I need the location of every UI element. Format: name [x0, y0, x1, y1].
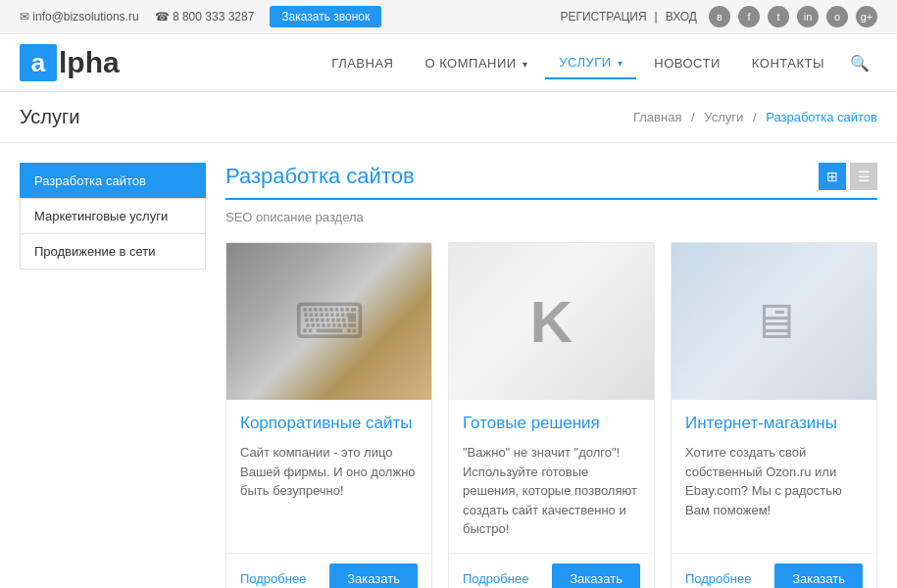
card-corporate-order[interactable]: Заказать [329, 564, 418, 589]
card-shop-body: Интернет-магазины Хотите создать свой со… [672, 400, 876, 553]
breadcrumb: Главная / Услуги / Разработка сайтов [633, 110, 877, 124]
cards-grid: Корпоративные сайты Сайт компании - это … [225, 242, 877, 588]
main-container: Разработка сайтов Маркетинговые услуги П… [0, 143, 897, 588]
search-icon[interactable]: 🔍 [842, 46, 877, 80]
nav-services[interactable]: УСЛУГИ ▾ [545, 47, 636, 79]
breadcrumb-current: Разработка сайтов [766, 110, 877, 124]
card-corporate-actions: Подробнее Заказать [226, 553, 431, 589]
nav-home[interactable]: ГЛАВНАЯ [318, 48, 407, 78]
social-twitter[interactable]: t [768, 6, 789, 27]
card-ready: Готовые решения "Важно" не значит "долго… [448, 242, 655, 588]
logo-letter: a [20, 44, 57, 81]
card-ready-more[interactable]: Подробнее [463, 571, 528, 586]
card-shop: Интернет-магазины Хотите создать свой со… [671, 242, 877, 588]
chevron-down-icon: ▾ [523, 59, 528, 70]
topbar-left: info@bizsolutions.ru 8 800 333 3287 Зака… [20, 6, 381, 27]
social-googleplus[interactable]: g+ [856, 6, 877, 27]
nav-about[interactable]: О КОМПАНИИ ▾ [411, 48, 541, 78]
content-area: Разработка сайтов ⊞ ☰ SEO описание разде… [225, 163, 877, 588]
section-title: Разработка сайтов [225, 164, 415, 189]
breadcrumb-home[interactable]: Главная [633, 110, 681, 124]
card-ready-desc: "Важно" не значит "долго"! Используйте г… [463, 443, 640, 539]
card-corporate-more[interactable]: Подробнее [240, 571, 306, 586]
register-link[interactable]: РЕГИСТРАЦИЯ [560, 10, 646, 24]
grid-view-button[interactable]: ⊞ [819, 163, 846, 190]
topbar: info@bizsolutions.ru 8 800 333 3287 Зака… [0, 0, 897, 34]
card-shop-desc: Хотите создать свой собственный Ozon.ru … [685, 443, 863, 539]
card-ready-title: Готовые решения [463, 414, 640, 433]
social-facebook[interactable]: f [738, 6, 760, 27]
page-header: Услуги Главная / Услуги / Разработка сай… [0, 92, 897, 143]
topbar-right: РЕГИСТРАЦИЯ | ВХОД в f t in о g+ [560, 6, 877, 27]
card-ready-body: Готовые решения "Важно" не значит "долго… [449, 400, 654, 553]
card-ready-order[interactable]: Заказать [552, 564, 640, 589]
card-shop-title: Интернет-магазины [685, 414, 863, 433]
card-ready-image [449, 243, 654, 400]
seo-description: SEO описание раздела [225, 210, 877, 224]
topbar-email: info@bizsolutions.ru [20, 10, 139, 24]
social-odnoklassniki[interactable]: о [826, 6, 848, 27]
view-toggles: ⊞ ☰ [819, 163, 877, 190]
social-linkedin[interactable]: in [797, 6, 819, 27]
sidebar-item-promo[interactable]: Продвижение в сети [20, 233, 206, 270]
card-corporate: Корпоративные сайты Сайт компании - это … [225, 242, 432, 588]
breadcrumb-services[interactable]: Услуги [704, 110, 743, 124]
card-ready-actions: Подробнее Заказать [449, 553, 654, 589]
sidebar-item-marketing[interactable]: Маркетинговые услуги [20, 198, 206, 234]
list-view-button[interactable]: ☰ [850, 163, 877, 190]
chevron-down-icon: ▾ [618, 58, 623, 69]
sidebar: Разработка сайтов Маркетинговые услуги П… [20, 163, 206, 588]
section-header: Разработка сайтов ⊞ ☰ [225, 163, 877, 200]
social-vk[interactable]: в [709, 6, 730, 27]
nav-contacts[interactable]: КОНТАКТЫ [738, 48, 838, 78]
topbar-auth: РЕГИСТРАЦИЯ | ВХОД [560, 10, 697, 24]
topbar-phone: 8 800 333 3287 [155, 10, 255, 24]
card-shop-order[interactable]: Заказать [774, 564, 863, 589]
header: a lpha ГЛАВНАЯ О КОМПАНИИ ▾ УСЛУГИ ▾ НОВ… [0, 34, 897, 92]
main-nav: ГЛАВНАЯ О КОМПАНИИ ▾ УСЛУГИ ▾ НОВОСТИ КО… [318, 46, 877, 80]
card-corporate-title: Корпоративные сайты [240, 414, 418, 433]
page-title: Услуги [20, 106, 80, 128]
logo: a lpha [20, 44, 120, 81]
call-button[interactable]: Заказать звонок [270, 6, 381, 27]
card-shop-more[interactable]: Подробнее [685, 571, 751, 586]
card-shop-image [672, 243, 876, 400]
card-corporate-body: Корпоративные сайты Сайт компании - это … [226, 400, 431, 553]
sidebar-item-websites[interactable]: Разработка сайтов [20, 163, 206, 199]
card-shop-actions: Подробнее Заказать [672, 553, 876, 589]
nav-news[interactable]: НОВОСТИ [640, 48, 734, 78]
logo-text: lpha [59, 46, 120, 79]
card-corporate-image [226, 243, 431, 400]
login-link[interactable]: ВХОД [666, 10, 697, 24]
topbar-social: в f t in о g+ [709, 6, 877, 27]
card-corporate-desc: Сайт компании - это лицо Вашей фирмы. И … [240, 443, 418, 539]
